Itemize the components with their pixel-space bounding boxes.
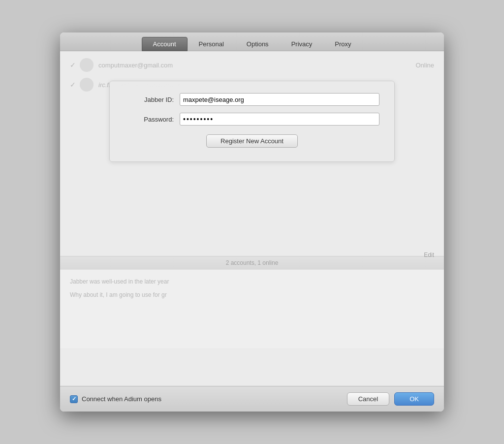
jabber-id-row: Jabber ID: [125, 93, 379, 106]
jabber-id-label: Jabber ID: [125, 96, 174, 103]
connect-checkbox[interactable] [70, 395, 78, 403]
avatar-2 [80, 78, 94, 92]
connect-checkbox-area: Connect when Adium opens [70, 395, 161, 403]
content-area: ✓ computmaxer@gmail.com Online ✓ irc.fre… [60, 51, 444, 386]
chat-area-bg: Jabber was well-used in the later year W… [60, 269, 444, 348]
accounts-status-text: 2 accounts, 1 online [226, 259, 279, 266]
jabber-id-input[interactable] [180, 93, 379, 106]
password-label: Password: [125, 116, 174, 123]
password-row: Password: [125, 113, 379, 126]
bg-status-1: Online [415, 62, 434, 69]
bg-row-1: ✓ computmaxer@gmail.com Online [68, 55, 436, 75]
chat-line-1: Jabber was well-used in the later year [70, 277, 434, 286]
tab-proxy[interactable]: Proxy [323, 37, 362, 51]
password-input[interactable] [180, 113, 379, 126]
dialog: Account Personal Options Privacy Proxy ✓… [60, 32, 444, 412]
check-icon-2: ✓ [70, 81, 76, 89]
tab-options[interactable]: Options [235, 37, 280, 51]
register-btn-row: Register New Account [125, 134, 379, 148]
bg-email-1: computmaxer@gmail.com [98, 62, 415, 69]
tab-privacy[interactable]: Privacy [280, 37, 324, 51]
check-icon-1: ✓ [70, 61, 76, 69]
tab-bar: Account Personal Options Privacy Proxy [60, 32, 444, 51]
cancel-button[interactable]: Cancel [347, 392, 389, 406]
chat-line-2: Why about it, I am going to use for gr [70, 290, 434, 300]
bottom-buttons: Cancel OK [347, 392, 434, 406]
connect-label: Connect when Adium opens [82, 395, 161, 403]
bottom-bar: Connect when Adium opens Cancel OK [60, 386, 444, 412]
tab-personal[interactable]: Personal [188, 37, 235, 51]
account-form: Jabber ID: Password: Register New Accoun… [109, 81, 395, 162]
ok-button[interactable]: OK [394, 392, 434, 406]
status-bar-bg: 2 accounts, 1 online Edit [60, 256, 444, 269]
avatar-1 [80, 58, 94, 72]
register-new-account-button[interactable]: Register New Account [206, 134, 298, 148]
edit-link-bg: Edit [424, 252, 434, 258]
tab-account[interactable]: Account [142, 37, 188, 51]
